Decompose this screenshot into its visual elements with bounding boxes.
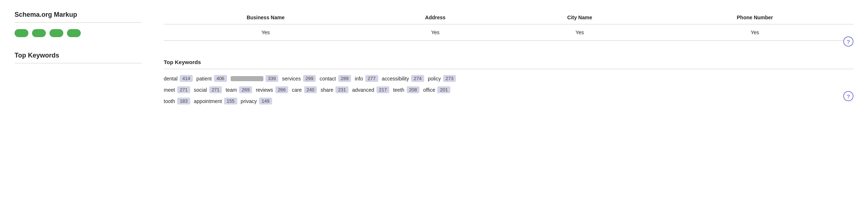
keyword-teeth: teeth 208	[393, 86, 419, 93]
keywords-row-3: tooth 183 appointment 155 privacy 149	[164, 98, 853, 104]
col-header-phone-number: Phone Number	[656, 11, 853, 24]
keywords-help-icon[interactable]: ?	[843, 91, 853, 101]
left-panel: Schema.org Markup Top Keywords	[15, 11, 156, 206]
keyword-care: care 240	[292, 86, 317, 93]
keywords-row-2: meet 271 social 271 team 269 reviews 266…	[164, 86, 853, 93]
keyword-accessibility: accessibility 274	[382, 75, 424, 82]
schema-dot-4	[67, 29, 81, 37]
cell-phone-number: Yes	[656, 24, 853, 41]
schema-divider	[15, 22, 142, 23]
right-panel: ? Business Name Address City Name Phone …	[156, 11, 853, 206]
cell-business-name: Yes	[164, 24, 367, 41]
keywords-left-title: Top Keywords	[15, 52, 142, 59]
keyword-share: share 231	[320, 86, 349, 93]
schema-table: Business Name Address City Name Phone Nu…	[164, 11, 853, 41]
keyword-reviews: reviews 266	[256, 86, 288, 93]
keyword-advanced: advanced 217	[352, 86, 389, 93]
keyword-tooth: tooth 183	[164, 98, 190, 104]
keyword-privacy: privacy 149	[241, 98, 272, 104]
cell-address: Yes	[367, 24, 503, 41]
keyword-appointment: appointment 155	[194, 98, 237, 104]
keyword-contact: contact 289	[319, 75, 351, 82]
keyword-dental: dental 414	[164, 75, 193, 82]
schema-dot-3	[49, 29, 63, 37]
keyword-office: office 201	[423, 86, 450, 93]
keywords-row-1: dental 414 patient 406 339 services 299 …	[164, 75, 853, 82]
keyword-social: social 271	[194, 86, 222, 93]
page-container: Schema.org Markup Top Keywords ? Busines…	[0, 0, 868, 217]
keyword-team: team 269	[226, 86, 252, 93]
col-header-business-name: Business Name	[164, 11, 367, 24]
keyword-blank-339: 339	[231, 75, 279, 82]
col-header-address: Address	[367, 11, 503, 24]
keyword-meet: meet 271	[164, 86, 190, 93]
keyword-info: info 277	[355, 75, 378, 82]
cell-city-name: Yes	[503, 24, 656, 41]
keyword-patient: patient 406	[196, 75, 227, 82]
keyword-services: services 299	[282, 75, 316, 82]
keywords-section: Top Keywords ? dental 414 patient 406 33…	[164, 55, 853, 104]
schema-dot-2	[32, 29, 46, 37]
schema-dot-1	[15, 29, 28, 37]
schema-dots	[15, 29, 142, 37]
keywords-right-title: Top Keywords	[164, 59, 853, 69]
schema-section-title: Schema.org Markup	[15, 11, 142, 19]
col-header-city-name: City Name	[503, 11, 656, 24]
keywords-divider	[15, 63, 142, 63]
schema-help-icon[interactable]: ?	[843, 36, 853, 47]
keyword-policy: policy 273	[428, 75, 456, 82]
